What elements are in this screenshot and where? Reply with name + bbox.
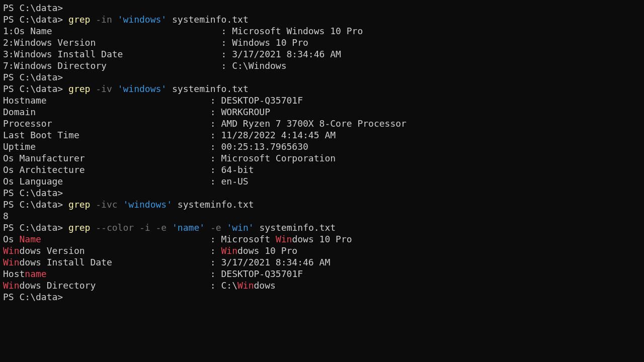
output-text: dows Install Date : 3/17/2021 8:34:46 AM [20, 257, 331, 267]
prompt-line: PS C:\data> [3, 71, 641, 83]
grep-match: name [25, 268, 46, 279]
output-text: Host [3, 268, 25, 279]
output-line: 7:Windows Directory : C:\Windows [3, 60, 641, 71]
command-name: grep [68, 222, 90, 233]
prompt-line: PS C:\data> [3, 291, 641, 303]
prompt-line: PS C:\data> [3, 2, 641, 14]
command-arg: systeminfo.txt [172, 83, 249, 94]
command-name: grep [68, 14, 90, 25]
grep-match: Win [221, 245, 237, 256]
command-string: 'windows' [123, 199, 172, 210]
command-string: 'win' [226, 222, 254, 233]
prompt-text: PS C:\data> [3, 222, 63, 233]
prompt-text: PS C:\data> [3, 83, 63, 94]
grep-match: Win [3, 245, 20, 256]
command-line: PS C:\data> grep --color -i -e 'name' -e… [3, 222, 641, 233]
grep-match: Win [237, 280, 254, 291]
output-line: 2:Windows Version : Windows 10 Pro [3, 37, 641, 48]
output-line: 8 [3, 210, 641, 222]
output-text: dows 10 Pro [292, 234, 352, 244]
command-flag: --color [96, 222, 134, 233]
output-line: Windows Directory : C:\Windows [3, 280, 641, 291]
command-line: PS C:\data> grep -ivc 'windows' systemin… [3, 199, 641, 210]
output-line: Processor : AMD Ryzen 7 3700X 8-Core Pro… [3, 118, 641, 129]
command-name: grep [68, 83, 90, 94]
output-line: Domain : WORKGROUP [3, 106, 641, 118]
command-line: PS C:\data> grep -iv 'windows' systeminf… [3, 83, 641, 95]
output-text: : Microsoft [41, 234, 276, 244]
prompt-text: PS C:\data> [3, 292, 63, 302]
output-line: 1:Os Name : Microsoft Windows 10 Pro [3, 25, 641, 37]
grep-match: Win [3, 280, 20, 291]
command-flag: -iv [96, 83, 112, 94]
command-flag: -ivc [96, 199, 117, 210]
output-line: Hostname : DESKTOP-Q35701F [3, 268, 641, 280]
grep-match: Win [276, 234, 292, 244]
output-line: Last Boot Time : 11/28/2022 4:14:45 AM [3, 129, 641, 141]
prompt-line: PS C:\data> [3, 187, 641, 199]
prompt-text: PS C:\data> [3, 188, 63, 198]
output-line: Uptime : 00:25:13.7965630 [3, 141, 641, 152]
prompt-text: PS C:\data> [3, 199, 63, 210]
output-line: Os Architecture : 64-bit [3, 164, 641, 175]
prompt-text: PS C:\data> [3, 3, 63, 13]
output-line: Os Manufacturer : Microsoft Corporation [3, 152, 641, 164]
output-text: Os [3, 234, 20, 244]
output-text: : DESKTOP-Q35701F [47, 268, 303, 279]
command-flag: -i [139, 222, 150, 233]
command-string: 'windows' [118, 83, 167, 94]
command-flag: -in [96, 14, 112, 25]
prompt-text: PS C:\data> [3, 72, 63, 82]
command-arg: systeminfo.txt [259, 222, 336, 233]
command-name: grep [68, 199, 90, 210]
grep-match: Name [20, 234, 41, 244]
command-line: PS C:\data> grep -in 'windows' systeminf… [3, 14, 641, 25]
output-text: dows Directory : C:\ [20, 280, 237, 291]
output-line: Windows Install Date : 3/17/2021 8:34:46… [3, 256, 641, 268]
prompt-text: PS C:\data> [3, 14, 63, 25]
powershell-terminal[interactable]: PS C:\data>PS C:\data> grep -in 'windows… [0, 0, 644, 305]
command-string: 'windows' [118, 14, 167, 25]
output-line: 3:Windows Install Date : 3/17/2021 8:34:… [3, 48, 641, 60]
output-text: dows 10 Pro [237, 245, 297, 256]
output-text: dows Version : [20, 245, 221, 256]
command-flag: -e [210, 222, 221, 233]
grep-match: Win [3, 257, 20, 267]
output-line: Windows Version : Windows 10 Pro [3, 245, 641, 256]
output-line: Os Name : Microsoft Windows 10 Pro [3, 233, 641, 245]
output-line: Hostname : DESKTOP-Q35701F [3, 95, 641, 106]
command-flag: -e [156, 222, 167, 233]
command-arg: systeminfo.txt [172, 14, 249, 25]
command-string: 'name' [172, 222, 205, 233]
output-line: Os Language : en-US [3, 175, 641, 187]
command-arg: systeminfo.txt [178, 199, 254, 210]
output-text: dows [254, 280, 276, 291]
